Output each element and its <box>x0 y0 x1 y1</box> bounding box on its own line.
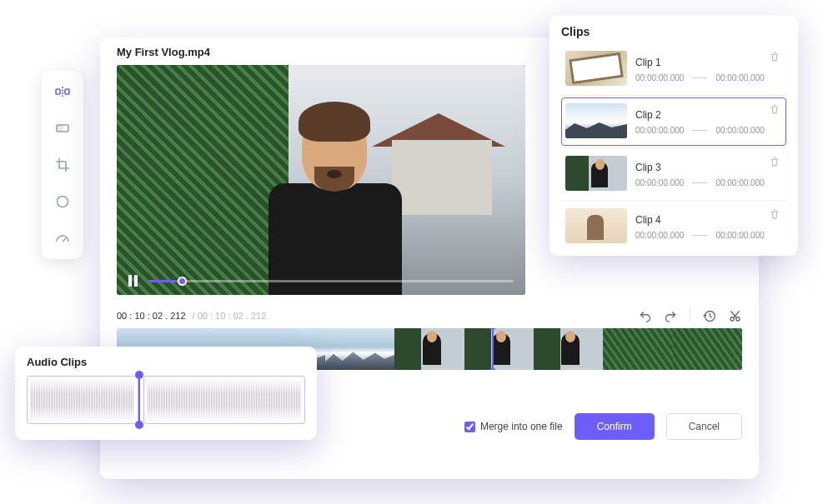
clip-thumbnail <box>565 208 627 243</box>
tool-toolbar <box>42 71 83 259</box>
history-icon[interactable] <box>702 309 716 323</box>
clip-end-time: 00:00:00.000 <box>715 231 764 240</box>
speed-icon <box>54 230 71 247</box>
video-preview[interactable] <box>117 65 525 295</box>
trash-icon[interactable] <box>769 103 780 115</box>
svg-line-6 <box>63 238 66 242</box>
cancel-button[interactable]: Cancel <box>666 413 742 440</box>
ratio-icon <box>54 120 71 137</box>
timeline-thumb[interactable] <box>464 328 534 370</box>
svg-point-5 <box>58 197 68 207</box>
svg-point-9 <box>736 317 740 320</box>
merge-label: Merge into one file <box>480 421 563 432</box>
clip-item[interactable]: Clip 1 00:00:00.000 00:00:00.000 <box>561 45 786 93</box>
clip-name: Clip 4 <box>635 214 782 226</box>
trash-icon[interactable] <box>769 208 780 220</box>
trash-icon[interactable] <box>769 156 780 167</box>
timeline-thumb[interactable] <box>534 328 603 370</box>
split-tool[interactable] <box>50 79 75 104</box>
divider <box>561 200 786 201</box>
clip-item[interactable]: Clip 4 00:00:00.000 00:00:00.000 <box>561 202 786 251</box>
current-time: 00 : 10 : 02 . 212 <box>117 311 186 321</box>
circle-icon <box>54 193 71 210</box>
dash-separator <box>692 130 707 131</box>
clip-end-time: 00:00:00.000 <box>715 178 764 187</box>
audio-clips-track[interactable] <box>27 376 305 424</box>
video-controls <box>128 275 514 287</box>
split-icon <box>54 83 71 100</box>
clip-start-time: 00:00:00.000 <box>635 178 684 187</box>
confirm-button[interactable]: Confirm <box>575 413 655 440</box>
svg-rect-1 <box>65 89 69 94</box>
clip-start-time: 00:00:00.000 <box>635 231 684 240</box>
clip-end-time: 00:00:00.000 <box>715 126 764 135</box>
audio-clip[interactable] <box>143 376 305 424</box>
crop-tool[interactable] <box>50 152 75 177</box>
audio-split-handle[interactable] <box>138 372 140 428</box>
svg-rect-0 <box>56 89 60 94</box>
clip-item[interactable]: Clip 3 00:00:00.000 00:00:00.000 <box>561 150 786 198</box>
clip-name: Clip 3 <box>635 162 782 173</box>
clip-end-time: 00:00:00.000 <box>715 73 764 82</box>
audio-clip[interactable] <box>27 376 138 424</box>
timeline-thumb[interactable] <box>394 328 464 370</box>
progress-bar[interactable] <box>148 280 514 282</box>
merge-checkbox-label[interactable]: Merge into one file <box>464 421 563 432</box>
undo-icon[interactable] <box>638 309 652 323</box>
ratio-tool[interactable] <box>50 116 75 141</box>
clip-start-time: 00:00:00.000 <box>635 126 684 135</box>
video-frame <box>117 65 525 295</box>
timeline-thumb[interactable] <box>603 328 672 370</box>
merge-checkbox[interactable] <box>464 422 475 432</box>
trash-icon[interactable] <box>769 51 780 62</box>
dash-separator <box>692 235 707 236</box>
svg-point-8 <box>730 317 734 320</box>
clip-thumbnail <box>565 103 627 138</box>
dash-separator <box>692 77 707 78</box>
clips-panel: Clips Clip 1 00:00:00.000 00:00:00.000 C… <box>550 15 798 256</box>
clip-thumbnail <box>565 51 627 86</box>
timeline-tools <box>638 309 742 323</box>
cut-icon[interactable] <box>728 309 742 323</box>
clip-name: Clip 2 <box>635 109 782 121</box>
clip-start-time: 00:00:00.000 <box>635 73 684 82</box>
speed-tool[interactable] <box>50 226 75 251</box>
audio-panel-title: Audio Clips <box>27 356 305 368</box>
pause-button[interactable] <box>128 275 140 287</box>
clip-name: Clip 1 <box>635 57 782 68</box>
divider <box>561 95 786 96</box>
audio-panel: Audio Clips <box>15 347 317 440</box>
separator <box>690 309 690 322</box>
redo-icon[interactable] <box>664 309 678 323</box>
timeline-thumb[interactable] <box>673 328 742 370</box>
clip-item[interactable]: Clip 2 00:00:00.000 00:00:00.000 <box>561 97 786 146</box>
progress-thumb[interactable] <box>178 277 187 286</box>
total-time: / 00 : 10 : 02 . 212 <box>193 311 267 321</box>
circle-tool[interactable] <box>50 189 75 214</box>
svg-rect-4 <box>57 125 63 132</box>
clip-thumbnail <box>565 156 627 191</box>
crop-icon <box>54 157 71 173</box>
timeline-thumb[interactable] <box>325 328 394 370</box>
clips-panel-title: Clips <box>561 25 786 38</box>
dash-separator <box>692 182 707 183</box>
divider <box>561 147 786 148</box>
